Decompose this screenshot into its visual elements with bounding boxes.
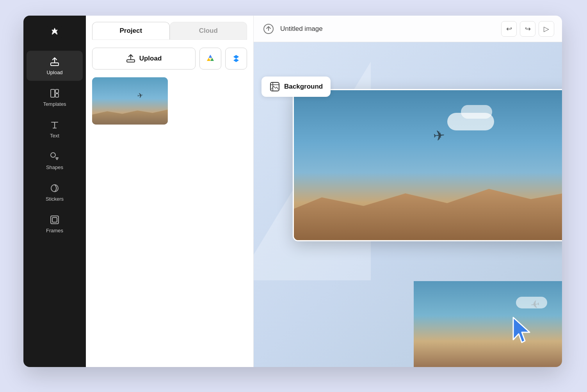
background-badge-icon (269, 81, 280, 92)
canvas-background: Background (254, 42, 562, 367)
upload-icon (49, 56, 60, 67)
sidebar-item-text[interactable]: Text (27, 114, 83, 144)
svg-rect-9 (127, 60, 135, 62)
svg-rect-3 (55, 89, 59, 93)
sidebar-item-shapes-label: Shapes (46, 164, 63, 170)
upload-button-label: Upload (139, 55, 162, 62)
sidebar-item-frames-label: Frames (46, 228, 63, 233)
canvas-area: Untitled image ↩ ↪ ▷ Bac (254, 16, 562, 367)
secondary-image-photo (414, 281, 562, 367)
sidebar-item-templates-label: Templates (43, 101, 66, 107)
background-badge[interactable]: Background (261, 77, 331, 97)
svg-point-5 (51, 153, 55, 157)
panel: Project Cloud Upload (86, 16, 254, 367)
app-container: Upload Templates Text (23, 16, 562, 367)
share-button[interactable]: ▷ (539, 21, 554, 37)
topbar-actions: ↩ ↪ ▷ (501, 21, 554, 37)
upload-button-icon (126, 54, 135, 63)
media-grid (92, 77, 247, 125)
sidebar: Upload Templates Text (23, 16, 86, 367)
panel-tabs: Project Cloud (86, 16, 253, 39)
panel-content: Upload (86, 40, 253, 367)
sidebar-item-upload[interactable]: Upload (27, 51, 83, 81)
background-badge-label: Background (284, 83, 323, 91)
dropbox-button[interactable] (225, 48, 247, 69)
main-image-frame[interactable] (293, 89, 562, 241)
sidebar-item-text-label: Text (50, 133, 59, 139)
shapes-icon (49, 151, 60, 162)
topbar: Untitled image ↩ ↪ ▷ (254, 16, 562, 42)
stickers-icon (49, 183, 60, 194)
tab-project[interactable]: Project (92, 22, 170, 39)
sidebar-item-stickers-label: Stickers (46, 196, 64, 202)
templates-icon (49, 88, 60, 99)
sidebar-item-upload-label: Upload (46, 69, 62, 75)
topbar-title: Untitled image (280, 25, 496, 33)
svg-rect-4 (55, 94, 59, 97)
media-thumbnail[interactable] (92, 77, 168, 125)
svg-rect-1 (51, 63, 59, 66)
google-drive-button[interactable] (199, 48, 221, 69)
app-logo (46, 23, 63, 41)
svg-rect-8 (52, 217, 57, 222)
tab-cloud[interactable]: Cloud (170, 22, 247, 39)
text-icon (49, 119, 60, 130)
upload-button[interactable]: Upload (92, 48, 196, 69)
main-image-photo (294, 90, 562, 240)
sidebar-item-shapes[interactable]: Shapes (27, 146, 83, 176)
sidebar-item-stickers[interactable]: Stickers (27, 177, 83, 207)
secondary-image-frame (414, 281, 562, 367)
redo-button[interactable]: ↪ (520, 21, 535, 37)
undo-button[interactable]: ↩ (501, 21, 517, 37)
photo-preview (92, 77, 168, 125)
cursor-pointer (510, 314, 537, 346)
svg-rect-2 (51, 89, 55, 97)
sidebar-item-frames[interactable]: Frames (27, 209, 83, 239)
svg-point-6 (51, 185, 58, 192)
frames-icon (49, 214, 60, 225)
upload-buttons: Upload (92, 48, 247, 69)
sidebar-item-templates[interactable]: Templates (27, 82, 83, 112)
topbar-upload-icon (261, 22, 276, 36)
svg-rect-11 (270, 82, 279, 91)
